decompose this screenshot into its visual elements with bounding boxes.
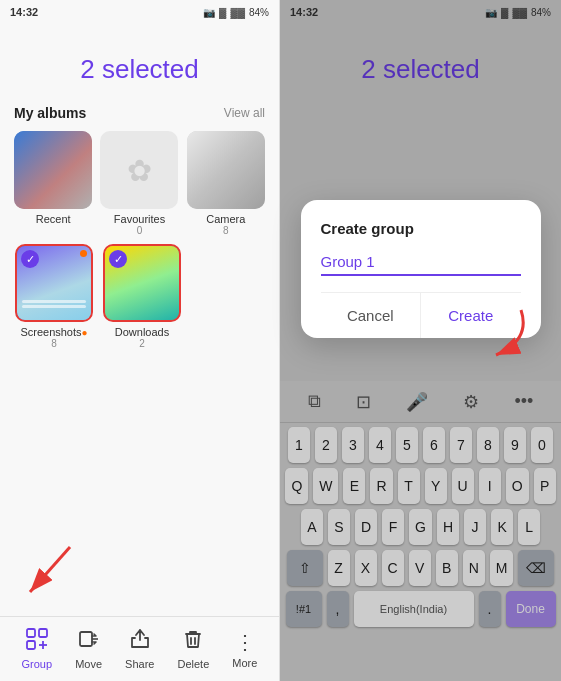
album-screenshots-label: Screenshots● [20, 326, 87, 338]
album-downloads[interactable]: ✓ Downloads 2 [102, 244, 182, 349]
screenshots-check-badge: ✓ [21, 250, 39, 268]
battery-text: 84% [249, 7, 269, 18]
album-thumb-recent [14, 131, 92, 209]
svg-line-1 [30, 547, 70, 592]
album-camera-count: 8 [223, 225, 229, 236]
album-thumb-favourites: ✿ [100, 131, 178, 209]
albums-second-row: ✓ Screenshots● 8 ✓ Downloads [14, 244, 265, 349]
left-status-icons: 📷 ▓ ▓▓ 84% [203, 7, 269, 18]
downloads-check-badge: ✓ [109, 250, 127, 268]
move-icon [78, 628, 100, 655]
share-label: Share [125, 658, 154, 670]
delete-icon [182, 628, 204, 655]
album-downloads-count: 2 [139, 338, 145, 349]
album-recent[interactable]: Recent [14, 131, 92, 236]
albums-first-row: Recent ✿ Favourites 0 Camera 8 [14, 131, 265, 236]
svg-rect-7 [80, 632, 92, 646]
delete-label: Delete [178, 658, 210, 670]
move-label: Move [75, 658, 102, 670]
left-arrow [20, 542, 80, 606]
left-time: 14:32 [10, 6, 38, 18]
album-thumb-downloads: ✓ [103, 244, 181, 322]
album-favourites[interactable]: ✿ Favourites 0 [100, 131, 178, 236]
albums-header: My albums View all [14, 105, 265, 121]
toolbar-move[interactable]: Move [75, 628, 102, 670]
right-arrow [451, 300, 531, 384]
view-all-link[interactable]: View all [224, 106, 265, 120]
group-icon [26, 628, 48, 655]
share-icon [129, 628, 151, 655]
camera-preview [187, 131, 265, 209]
camera-indicator: 📷 [203, 7, 215, 18]
bottom-toolbar: Group Move Share [0, 616, 279, 681]
more-icon: ⋮ [235, 630, 255, 654]
albums-section: My albums View all Recent ✿ Favourites 0 [0, 105, 279, 616]
left-panel: 14:32 📷 ▓ ▓▓ 84% 2 selected My albums Vi… [0, 0, 280, 681]
album-screenshots[interactable]: ✓ Screenshots● 8 [14, 244, 94, 349]
toolbar-delete[interactable]: Delete [178, 628, 210, 670]
left-status-bar: 14:32 📷 ▓ ▓▓ 84% [0, 0, 279, 24]
album-screenshots-count: 8 [51, 338, 57, 349]
svg-rect-3 [39, 629, 47, 637]
left-selected-title: 2 selected [0, 24, 279, 105]
group-name-input[interactable] [321, 249, 521, 276]
screenshots-orange-dot [80, 250, 87, 257]
group-label: Group [22, 658, 53, 670]
albums-title: My albums [14, 105, 86, 121]
svg-rect-4 [27, 641, 35, 649]
signal-icon: ▓▓ [230, 7, 245, 18]
album-downloads-label: Downloads [115, 326, 169, 338]
album-camera-label: Camera [206, 213, 245, 225]
toolbar-group[interactable]: Group [22, 628, 53, 670]
album-camera[interactable]: Camera 8 [187, 131, 265, 236]
mini-lines [22, 300, 86, 310]
album-thumb-screenshots: ✓ [15, 244, 93, 322]
more-label: More [232, 657, 257, 669]
wifi-icon: ▓ [219, 7, 226, 18]
cancel-button[interactable]: Cancel [321, 293, 421, 338]
dialog-title: Create group [321, 220, 521, 237]
right-panel: 14:32 📷 ▓ ▓▓ 84% 2 selected Create group… [280, 0, 561, 681]
svg-rect-2 [27, 629, 35, 637]
toolbar-share[interactable]: Share [125, 628, 154, 670]
album-favourites-count: 0 [137, 225, 143, 236]
toolbar-more[interactable]: ⋮ More [232, 630, 257, 669]
album-favourites-label: Favourites [114, 213, 165, 225]
flower-icon: ✿ [127, 153, 152, 188]
album-recent-label: Recent [36, 213, 71, 225]
album-thumb-camera [187, 131, 265, 209]
